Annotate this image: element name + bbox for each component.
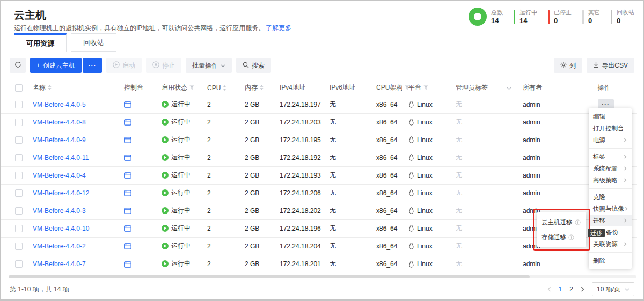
- cpu-cell: 2: [205, 184, 243, 202]
- row-checkbox[interactable]: [15, 243, 23, 250]
- owner-cell: admin: [521, 96, 590, 113]
- column-header-arch[interactable]: CPU架构: [374, 80, 406, 96]
- row-checkbox[interactable]: [15, 260, 23, 268]
- platform-text: Linux: [417, 207, 433, 215]
- start-button[interactable]: 启动: [106, 58, 142, 73]
- status-badge: 运行中: [162, 224, 191, 233]
- vm-name-link[interactable]: VM-Before-4.4.0-3: [33, 207, 86, 215]
- console-icon[interactable]: [124, 155, 131, 161]
- column-header-status[interactable]: 启用状态: [159, 80, 205, 96]
- page-number-2[interactable]: 2: [569, 285, 573, 293]
- menu-item-edit[interactable]: 编辑: [589, 111, 632, 122]
- row-checkbox[interactable]: [15, 189, 23, 197]
- ipv6-cell: 无: [327, 219, 374, 237]
- filter-icon[interactable]: [189, 85, 194, 90]
- page-size-select[interactable]: 10 项/页: [592, 282, 634, 296]
- menu-item-open-console[interactable]: 打开控制台: [589, 122, 632, 134]
- collapse-cell: [504, 237, 521, 255]
- console-icon[interactable]: [124, 101, 131, 108]
- pagination: 1 2 10 项/页: [547, 282, 634, 296]
- console-icon[interactable]: [124, 172, 131, 179]
- page-description-text: 运行在物理机上的虚拟机实例，具有独立的IP地址，可以访问公共网络，运行应用服务。: [14, 24, 265, 32]
- vm-name-link[interactable]: VM-Before-4.4.0-7: [33, 260, 86, 268]
- menu-item-delete[interactable]: 删除: [589, 255, 632, 267]
- console-icon[interactable]: [124, 225, 131, 232]
- console-icon[interactable]: [124, 243, 131, 249]
- row-checkbox[interactable]: [15, 172, 23, 179]
- vm-name-link[interactable]: VM-Before-4.4.0-10: [33, 225, 89, 232]
- sort-icon[interactable]: [48, 85, 52, 90]
- batch-operations-button[interactable]: 批量操作: [186, 58, 232, 73]
- vm-name-link[interactable]: VM-Before-4.4.0-8: [33, 119, 86, 126]
- admin-tag-cell: 无: [453, 202, 504, 219]
- vm-name-link[interactable]: VM-Before-4.4.0-4: [33, 172, 86, 179]
- linux-penguin-icon: [408, 207, 414, 214]
- column-header-platform[interactable]: 平台: [406, 80, 453, 96]
- console-icon[interactable]: [124, 261, 131, 268]
- console-icon[interactable]: [124, 137, 131, 143]
- filter-icon[interactable]: [423, 85, 428, 90]
- status-badge: 运行中: [162, 171, 191, 180]
- arch-cell: x86_64: [374, 219, 406, 237]
- column-header-cpu[interactable]: CPU: [205, 80, 243, 96]
- export-csv-button[interactable]: 导出CSV: [587, 58, 634, 73]
- vm-name-link[interactable]: VM-Before-4.4.0-5: [33, 101, 86, 108]
- admin-tag-cell: 无: [453, 131, 504, 149]
- more-actions-button[interactable]: ···: [83, 58, 102, 73]
- row-checkbox[interactable]: [15, 207, 23, 215]
- menu-item-related-resources[interactable]: 关联资源: [589, 238, 632, 250]
- next-page-button[interactable]: [581, 287, 584, 292]
- prev-page-button[interactable]: [547, 287, 551, 292]
- menu-item-advanced-policy[interactable]: 高级策略: [589, 174, 632, 186]
- select-all-checkbox[interactable]: [15, 84, 23, 92]
- stop-button[interactable]: 停止: [146, 58, 181, 73]
- stat-label: 其它: [588, 9, 600, 16]
- vm-name-link[interactable]: VM-Before-4.4.0-12: [33, 189, 89, 197]
- submenu-item-storage-migrate[interactable]: 存储迁移: [537, 230, 586, 245]
- columns-button[interactable]: 列: [554, 58, 582, 73]
- tab-recycle-bin[interactable]: 回收站: [71, 33, 116, 52]
- menu-item-system-config[interactable]: 系统配置: [589, 163, 632, 174]
- vm-name-link[interactable]: VM-Before-4.4.0-2: [33, 243, 86, 250]
- menu-item-migrate[interactable]: 迁移: [589, 215, 632, 226]
- tab-available-resources[interactable]: 可用资源: [14, 33, 67, 52]
- cpu-cell: 2: [205, 96, 243, 113]
- search-button[interactable]: 搜索: [236, 58, 271, 73]
- running-icon: [162, 189, 169, 196]
- refresh-button[interactable]: [10, 58, 26, 73]
- sort-icon[interactable]: [260, 85, 264, 90]
- menu-item-power[interactable]: 电源: [589, 134, 632, 146]
- column-header-name[interactable]: 名称: [31, 80, 122, 96]
- stat-total-value: 14: [491, 17, 503, 25]
- memory-cell: 2 GB: [243, 131, 277, 149]
- row-checkbox[interactable]: [15, 154, 23, 161]
- menu-item-tags[interactable]: 标签: [589, 151, 632, 163]
- menu-item-snapshot-image[interactable]: 快照与镜像: [589, 203, 632, 215]
- console-icon[interactable]: [124, 208, 131, 214]
- table-row: VM-Before-4.4.0-11 运行中 2 2 GB 172.24.18.…: [1, 149, 637, 166]
- row-checkbox[interactable]: [15, 225, 23, 232]
- cpu-cell: 2: [205, 237, 243, 255]
- vm-name-link[interactable]: VM-Before-4.4.0-11: [33, 154, 89, 161]
- vm-name-link[interactable]: VM-Before-4.4.0-9: [33, 136, 86, 144]
- row-checkbox[interactable]: [15, 101, 23, 108]
- row-checkbox[interactable]: [15, 136, 23, 144]
- owner-cell: admin: [521, 149, 590, 166]
- column-header-ipv6: IPv6地址: [327, 80, 374, 96]
- collapse-cell: [504, 149, 521, 166]
- console-icon[interactable]: [124, 190, 131, 196]
- column-label: 名称: [33, 84, 46, 91]
- menu-item-clone[interactable]: 克隆: [589, 191, 632, 203]
- console-icon[interactable]: [124, 119, 131, 126]
- column-label: 内存: [245, 84, 258, 91]
- column-header-memory[interactable]: 内存: [243, 80, 277, 96]
- row-checkbox[interactable]: [15, 119, 23, 126]
- submenu-item-vm-migrate[interactable]: 云主机迁移: [537, 215, 586, 230]
- column-collapse-control[interactable]: [504, 80, 521, 96]
- learn-more-link[interactable]: 了解更多: [266, 24, 291, 32]
- linux-penguin-icon: [408, 243, 414, 249]
- platform-cell: Linux: [408, 207, 433, 215]
- page-number-1[interactable]: 1: [559, 285, 562, 293]
- create-vm-button[interactable]: + 创建云主机: [30, 58, 82, 73]
- sort-icon[interactable]: [223, 85, 226, 91]
